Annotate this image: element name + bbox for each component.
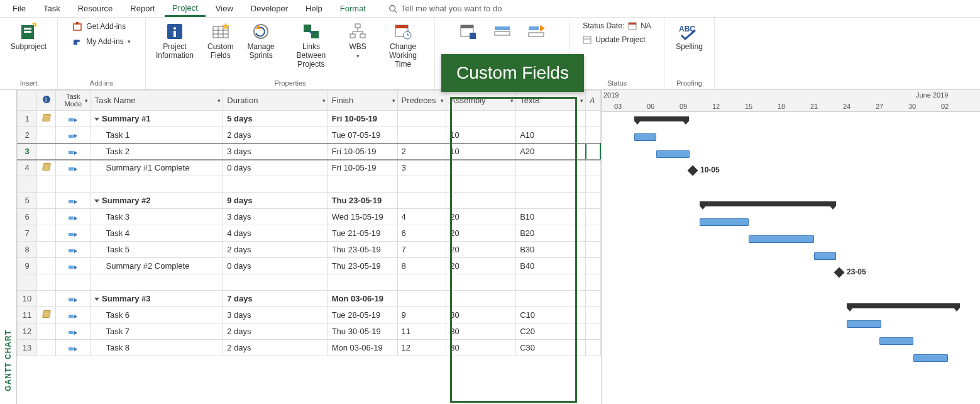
a-cell[interactable] (586, 323, 600, 340)
column-task-mode[interactable]: Task Mode▾ (56, 91, 91, 111)
task-name-cell[interactable]: Task 5 (91, 242, 223, 258)
finish-cell[interactable]: Thu 30-05-19 (328, 323, 397, 340)
gantt-summary-bar[interactable] (634, 116, 689, 121)
spelling-button[interactable]: ABC Spelling (671, 20, 708, 53)
finish-cell[interactable]: Mon 03-06-19 (328, 340, 397, 356)
task-mode-cell[interactable] (56, 307, 91, 323)
gantt-task-bar[interactable] (749, 235, 814, 243)
text8-cell[interactable]: C20 (516, 323, 586, 340)
column-task-name[interactable]: Task Name▾ (91, 91, 223, 111)
table-row[interactable]: 13 Task 8 2 days Mon 03-06-19 12 30 C30 (18, 340, 601, 356)
dropdown-caret-icon[interactable]: ▾ (510, 98, 514, 104)
duration-cell[interactable]: 0 days (223, 258, 328, 274)
duration-cell[interactable]: 2 days (223, 340, 328, 356)
task-name-cell[interactable]: Task 3 (91, 209, 223, 225)
gantt-milestone[interactable] (688, 166, 698, 176)
task-mode-cell[interactable] (56, 143, 91, 160)
links-between-projects-button[interactable]: Links Between Projects (284, 20, 339, 70)
predecessors-cell[interactable]: 6 (397, 225, 446, 242)
column-duration[interactable]: Duration▾ (223, 91, 328, 111)
assembly-cell[interactable]: 10 (446, 127, 516, 143)
project-information-button[interactable]: Project Information (151, 20, 199, 62)
a-cell[interactable] (586, 291, 600, 307)
predecessors-cell[interactable]: 4 (397, 209, 446, 225)
table-row[interactable]: 2 Task 1 2 days Tue 07-05-19 10 A10 (18, 127, 601, 143)
my-addins-button[interactable]: My Add-ins ▾ (69, 35, 134, 48)
task-name-cell[interactable]: Task 1 (91, 127, 223, 143)
gantt-task-bar[interactable] (847, 320, 881, 328)
row-number[interactable]: 5 (18, 193, 37, 209)
duration-cell[interactable]: 4 days (223, 225, 328, 242)
menu-report[interactable]: Report (123, 1, 162, 16)
collapse-caret-icon[interactable] (94, 298, 99, 301)
schedule-button-3[interactable] (521, 20, 551, 43)
wbs-button[interactable]: WBS ▾ (343, 20, 373, 60)
change-working-time-button[interactable]: Change Working Time (377, 20, 429, 70)
a-cell[interactable] (586, 258, 600, 274)
task-mode-cell[interactable] (56, 127, 91, 143)
row-number[interactable]: 9 (18, 258, 37, 274)
assembly-cell[interactable]: 30 (446, 323, 516, 340)
gantt-chart[interactable]: 2019 June 2019 0306091215182124273002 10… (602, 90, 980, 404)
predecessors-cell[interactable] (397, 193, 446, 209)
assembly-cell[interactable] (446, 193, 516, 209)
table-row[interactable]: 1 Summary #1 5 days Fri 10-05-19 (18, 111, 601, 127)
tell-me-search[interactable]: Tell me what you want to do (388, 4, 502, 13)
assembly-cell[interactable]: 30 (446, 307, 516, 323)
status-date-field[interactable]: Status Date: NA (579, 20, 655, 31)
duration-cell[interactable]: 2 days (223, 127, 328, 143)
gantt-task-bar[interactable] (879, 337, 913, 345)
custom-fields-button[interactable]: Custom Fields (202, 20, 238, 62)
finish-cell[interactable]: Wed 15-05-19 (328, 209, 397, 225)
a-cell[interactable] (586, 225, 600, 242)
task-grid[interactable]: i Task Mode▾ Task Name▾ Duration▾ Finish… (17, 90, 602, 404)
predecessors-cell[interactable]: 8 (397, 258, 446, 274)
collapse-caret-icon[interactable] (94, 118, 99, 121)
gantt-summary-bar[interactable] (847, 303, 960, 308)
table-row[interactable] (18, 176, 601, 193)
table-row[interactable]: 12 Task 7 2 days Thu 30-05-19 11 30 C20 (18, 323, 601, 340)
task-name-cell[interactable]: Task 4 (91, 225, 223, 242)
predecessors-cell[interactable]: 2 (397, 143, 446, 160)
schedule-button-2[interactable] (487, 20, 517, 43)
assembly-cell[interactable]: 30 (446, 340, 516, 356)
task-mode-cell[interactable] (56, 111, 91, 127)
a-cell[interactable] (586, 111, 600, 127)
menu-developer[interactable]: Developer (243, 1, 295, 16)
predecessors-cell[interactable]: 3 (397, 160, 446, 176)
dropdown-caret-icon[interactable]: ▾ (85, 98, 88, 104)
table-row[interactable] (18, 274, 601, 291)
text8-cell[interactable]: A10 (516, 127, 586, 143)
row-number[interactable]: 2 (18, 127, 37, 143)
duration-cell[interactable]: 2 days (223, 242, 328, 258)
finish-cell[interactable]: Tue 28-05-19 (328, 307, 397, 323)
row-number[interactable]: 1 (18, 111, 37, 127)
a-cell[interactable] (586, 127, 600, 143)
task-name-cell[interactable]: Summary #1 (91, 111, 223, 127)
menu-resource[interactable]: Resource (70, 1, 121, 16)
a-cell[interactable] (586, 209, 600, 225)
menu-project[interactable]: Project (165, 1, 205, 17)
table-row[interactable]: 3 Task 2 3 days Fri 10-05-19 2 10 A20 (18, 143, 601, 160)
task-name-cell[interactable]: Task 7 (91, 323, 223, 340)
task-mode-cell[interactable] (56, 323, 91, 340)
row-number[interactable]: 10 (18, 291, 37, 307)
assembly-cell[interactable] (446, 291, 516, 307)
column-assembly[interactable]: Assembly▾ (446, 91, 516, 111)
row-number[interactable]: 6 (18, 209, 37, 225)
gantt-task-bar[interactable] (656, 150, 690, 158)
finish-cell[interactable]: Tue 07-05-19 (328, 127, 397, 143)
subproject-button[interactable]: Subproject (6, 20, 52, 53)
a-cell[interactable] (586, 160, 600, 176)
table-row[interactable]: 6 Task 3 3 days Wed 15-05-19 4 20 B10 (18, 209, 601, 225)
task-mode-cell[interactable] (56, 291, 91, 307)
task-name-cell[interactable]: Summary #1 Complete (91, 160, 223, 176)
table-row[interactable]: 7 Task 4 4 days Tue 21-05-19 6 20 B20 (18, 225, 601, 242)
table-row[interactable]: 10 Summary #3 7 days Mon 03-06-19 (18, 291, 601, 307)
table-row[interactable]: 5 Summary #2 9 days Thu 23-05-19 (18, 193, 601, 209)
column-finish[interactable]: Finish▾ (328, 91, 397, 111)
update-project-button[interactable]: Update Project (579, 34, 649, 45)
gantt-chart-tab[interactable]: GANTT CHART (0, 90, 17, 404)
gantt-task-bar[interactable] (700, 218, 749, 226)
finish-cell[interactable]: Mon 03-06-19 (328, 291, 397, 307)
